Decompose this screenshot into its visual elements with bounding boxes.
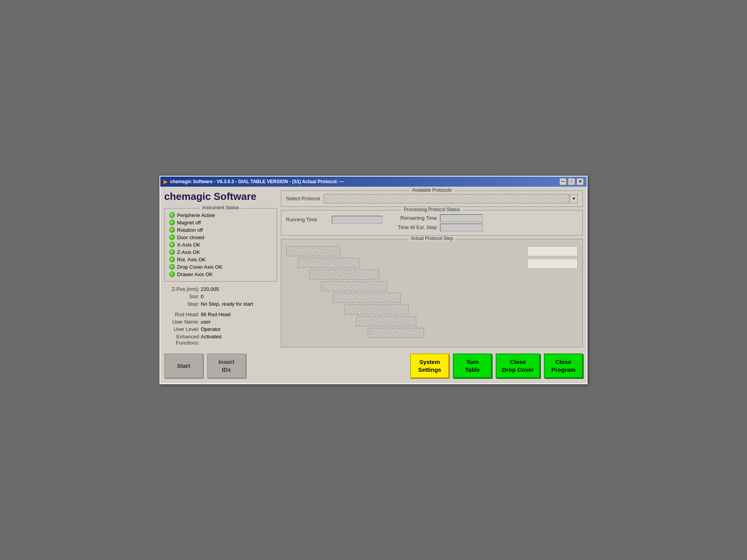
enhanced-value: Activated bbox=[201, 334, 221, 346]
instrument-status-box: Instrument Status Peripherie Active Magn… bbox=[164, 208, 277, 282]
bottom-bar: Start Insert IDs System Settings Turn Ta… bbox=[164, 350, 583, 380]
stair-3 bbox=[309, 270, 521, 280]
status-dropcover: Drop Cover Axis OK bbox=[169, 263, 272, 271]
info-section: Z-Pos [mm]: 220.005 Slot: 0 Step: No Ste… bbox=[164, 285, 277, 347]
system-settings-button[interactable]: System Settings bbox=[410, 354, 449, 378]
time-till-ext-label: Time till Ext. Step bbox=[386, 224, 437, 230]
status-text-door: Door closed bbox=[177, 234, 204, 240]
step-label: Step: bbox=[164, 301, 199, 307]
status-magnet: Magnet off bbox=[169, 219, 272, 226]
status-text-dropcover: Drop Cover Axis OK bbox=[177, 264, 222, 270]
zpos-row: Z-Pos [mm]: 220.005 bbox=[164, 286, 277, 292]
username-label: User Name: bbox=[164, 319, 199, 325]
instrument-status-label: Instrument Status bbox=[200, 205, 241, 210]
status-dot-drawer bbox=[169, 271, 175, 277]
enhanced-label: EnhancedFunctions: bbox=[164, 334, 199, 346]
protocol-dropdown-display[interactable] bbox=[324, 194, 569, 203]
rodhead-row: Rod Head: 96 Rod Head bbox=[164, 312, 277, 317]
window-title: chemagic Software - V6.3.0.3 - DIAL TABL… bbox=[170, 179, 344, 184]
protocol-step-box: Actual Protocol Step bbox=[281, 239, 583, 347]
protocols-box: Available Protocols Select Protocol ▼ bbox=[281, 191, 583, 207]
status-xaxis: X-Axis OK bbox=[169, 241, 272, 248]
zpos-value: 220.005 bbox=[201, 286, 219, 292]
rodhead-label: Rod Head: bbox=[164, 312, 199, 317]
status-text-xaxis: X-Axis OK bbox=[177, 242, 200, 248]
staircase-container bbox=[286, 246, 521, 338]
status-text-magnet: Magnet off bbox=[177, 220, 201, 226]
step-value: No Step, ready for start bbox=[201, 301, 253, 307]
protocol-dropdown-arrow[interactable]: ▼ bbox=[570, 194, 578, 203]
rodhead-value: 96 Rod Head bbox=[201, 312, 231, 317]
status-dot-rotation bbox=[169, 227, 175, 233]
status-text-zaxis: Z-Axis OK bbox=[177, 249, 200, 255]
status-text-peripherie: Peripherie Active bbox=[177, 212, 215, 218]
status-text-rotation: Rotation off bbox=[177, 227, 203, 233]
slot-label: Slot: bbox=[164, 294, 199, 299]
status-dot-dropcover bbox=[169, 264, 175, 270]
stair-2 bbox=[298, 258, 521, 268]
select-protocol-label: Select Protocol bbox=[286, 196, 320, 201]
status-dot-door bbox=[169, 234, 175, 240]
remaining-time-label: Remaining Time bbox=[386, 215, 437, 221]
turn-table-button[interactable]: Turn Table bbox=[453, 354, 492, 378]
enhanced-row: EnhancedFunctions: Activated bbox=[164, 334, 277, 346]
app-title: chemagic Software bbox=[164, 191, 277, 203]
slot-row: Slot: 0 bbox=[164, 294, 277, 299]
status-dot-magnet bbox=[169, 220, 175, 225]
insert-ids-button[interactable]: Insert IDs bbox=[207, 354, 246, 378]
right-panel: Available Protocols Select Protocol ▼ Pr… bbox=[281, 191, 583, 347]
time-till-ext-input[interactable] bbox=[440, 224, 483, 231]
status-zaxis: Z-Axis OK bbox=[169, 248, 272, 256]
title-bar-controls: — □ ✕ bbox=[559, 178, 584, 185]
status-text-rotaxis: Rot. Axis OK bbox=[177, 257, 206, 262]
close-program-button[interactable]: Close Program bbox=[544, 354, 583, 378]
right-step-inputs bbox=[527, 246, 578, 269]
protocol-dropdown-wrapper[interactable]: ▼ bbox=[324, 194, 578, 203]
status-rotaxis: Rot. Axis OK bbox=[169, 256, 272, 263]
main-window: ▶ chemagic Software - V6.3.0.3 - DIAL TA… bbox=[160, 176, 587, 384]
stair-8 bbox=[368, 328, 521, 338]
title-bar-left: ▶ chemagic Software - V6.3.0.3 - DIAL TA… bbox=[163, 178, 344, 185]
start-button[interactable]: Start bbox=[164, 354, 203, 378]
slot-value: 0 bbox=[201, 294, 203, 299]
running-time-label: Running Time bbox=[286, 217, 329, 222]
minimize-button[interactable]: — bbox=[559, 178, 566, 185]
userlevel-value: Operator bbox=[201, 326, 221, 332]
close-drop-cover-button[interactable]: Close Drop Cover bbox=[496, 354, 540, 378]
close-button[interactable]: ✕ bbox=[577, 178, 584, 185]
username-row: User Name: user bbox=[164, 319, 277, 325]
time-till-ext-row: Time till Ext. Step bbox=[386, 224, 483, 231]
step-row: Step: No Step, ready for start bbox=[164, 301, 277, 307]
status-dot-zaxis bbox=[169, 249, 175, 255]
username-value: user bbox=[201, 319, 210, 325]
processing-inner: Running Time Remaining Time Time till Ex… bbox=[286, 214, 578, 231]
status-door: Door closed bbox=[169, 234, 272, 241]
running-time-row: Running Time bbox=[286, 214, 382, 224]
status-drawer: Drawer Axis OK bbox=[169, 271, 272, 278]
app-icon: ▶ bbox=[163, 178, 168, 185]
running-time-input[interactable] bbox=[332, 216, 382, 224]
userlevel-row: User Level: Operator bbox=[164, 326, 277, 332]
remaining-time-input[interactable] bbox=[440, 214, 483, 222]
status-dot-rotaxis bbox=[169, 257, 175, 262]
window-content: chemagic Software Instrument Status Peri… bbox=[160, 187, 587, 383]
processing-box: Processing Protocol Status Running Time … bbox=[281, 210, 583, 236]
status-rotation: Rotation off bbox=[169, 226, 272, 234]
maximize-button[interactable]: □ bbox=[568, 178, 575, 185]
stair-5 bbox=[333, 293, 521, 303]
protocols-group-label: Available Protocols bbox=[410, 187, 454, 193]
status-dot-peripherie bbox=[169, 212, 175, 218]
stair-7 bbox=[356, 316, 521, 326]
step-inner bbox=[286, 243, 578, 338]
status-text-drawer: Drawer Axis OK bbox=[177, 271, 213, 277]
step-right-input-1[interactable] bbox=[527, 246, 578, 256]
protocol-row: Select Protocol ▼ bbox=[286, 194, 578, 203]
step-right-input-2[interactable] bbox=[527, 259, 578, 269]
zpos-label: Z-Pos [mm]: bbox=[164, 286, 199, 292]
stair-6 bbox=[344, 304, 521, 315]
status-peripherie: Peripherie Active bbox=[169, 212, 272, 219]
right-time-section: Remaining Time Time till Ext. Step bbox=[386, 214, 483, 231]
stair-4 bbox=[321, 281, 521, 291]
userlevel-label: User Level: bbox=[164, 326, 199, 332]
status-dot-xaxis bbox=[169, 242, 175, 247]
